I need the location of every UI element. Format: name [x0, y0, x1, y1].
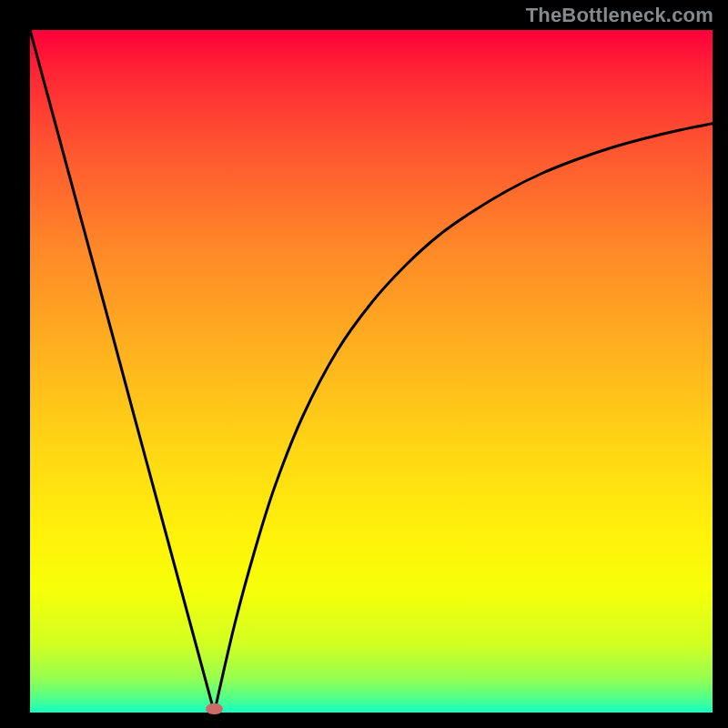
watermark-label: TheBottleneck.com [526, 4, 713, 27]
optimum-marker [206, 703, 224, 714]
chart-plot-area [30, 30, 713, 713]
chart-frame: TheBottleneck.com [0, 0, 728, 728]
bottleneck-curve [30, 30, 713, 713]
